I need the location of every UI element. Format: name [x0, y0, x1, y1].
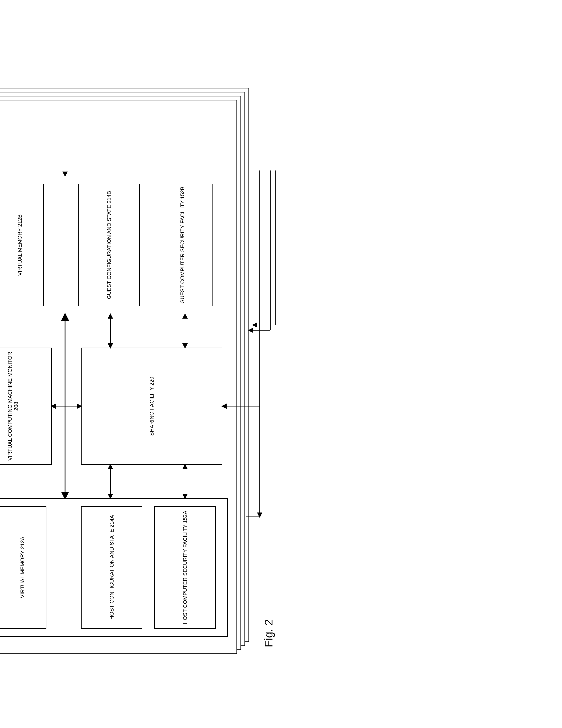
diagram-container: PHYSICAL COMPUTING MACHINE 202 VIRTUAL C… [0, 170, 534, 677]
guest-virtual-memory: VIRTUAL MEMORY 212B [0, 184, 44, 306]
guest-security-facility: GUEST COMPUTER SECURITY FACILITY 152B [152, 184, 213, 306]
host-config-state: HOST CONFIGURATION AND STATE 214A [81, 506, 142, 629]
vcm-monitor: VIRTUAL COMPUTING MACHINE MONITOR 208 [0, 348, 52, 465]
host-virtual-memory: VIRTUAL MEMORY 212A [0, 506, 46, 629]
sharing-facility: SHARING FACILITY 220 [81, 348, 222, 465]
figure-label: Fig. 2 [262, 619, 513, 647]
guest-config-state: GUEST CONFIGURATION AND STATE 214B [78, 184, 140, 306]
host-security-facility: HOST COMPUTER SECURITY FACILITY 152A [154, 506, 216, 629]
